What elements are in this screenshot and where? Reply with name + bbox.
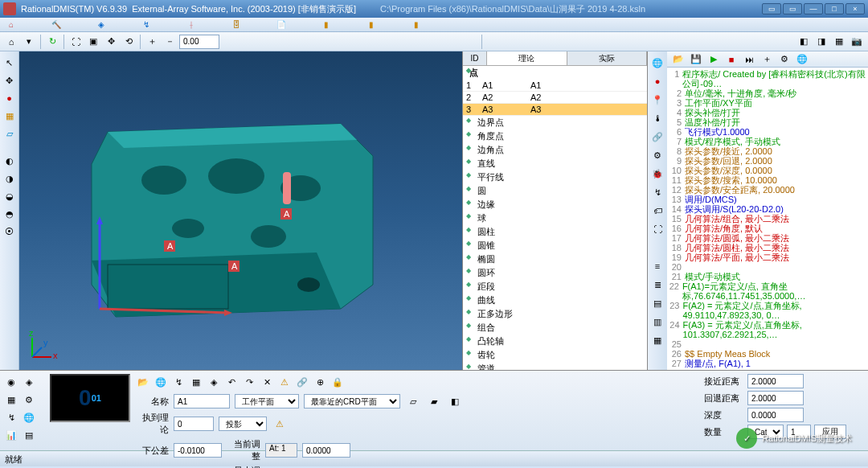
apply-button[interactable]: 应用 [814, 425, 846, 439]
name-input[interactable] [174, 394, 230, 408]
curadj-input[interactable] [302, 443, 350, 458]
bl-3[interactable]: ▦ [3, 392, 19, 408]
feature-type-node[interactable]: 边界点 [463, 116, 647, 129]
ct-gear[interactable]: ⚙ [776, 51, 792, 68]
close-icon[interactable]: × [845, 3, 865, 14]
bm-open[interactable]: 📂 [135, 374, 151, 390]
rt-list4[interactable]: ▥ [649, 314, 665, 330]
bm-axis[interactable]: ↯ [170, 374, 186, 390]
ribbon-btn-2-icon[interactable]: ▭ [783, 3, 802, 14]
bl-8[interactable]: ▤ [21, 427, 37, 443]
ct-save[interactable]: 💾 [688, 51, 704, 68]
menu-home-icon[interactable]: ⌂ [5, 18, 18, 31]
feature-type-node[interactable]: 边缘 [463, 198, 647, 211]
feature-type-node[interactable]: 球 [463, 211, 647, 225]
cat-point[interactable]: 点 [463, 66, 647, 80]
feature-type-node[interactable]: 圆柱 [463, 225, 647, 239]
ct-open[interactable]: 📂 [670, 51, 686, 68]
tree-btn-3[interactable]: ▦ [831, 34, 847, 50]
lt-sphere[interactable]: ● [2, 90, 18, 106]
menu-hammer-icon[interactable]: 🔨 [50, 18, 63, 31]
feature-type-node[interactable]: 平行线 [463, 170, 647, 184]
tab-actual[interactable]: 实际 [567, 51, 648, 65]
feature-table[interactable]: 点 1A1A1 2A2A2 3A3A3 边界点角度点边角点直线平行线圆边缘球圆柱… [463, 66, 647, 370]
menu-coord-icon[interactable]: ↯ [140, 18, 153, 31]
depth-input[interactable] [747, 408, 804, 422]
feature-type-node[interactable]: 边角点 [463, 143, 647, 157]
rt-list3[interactable]: ▤ [649, 295, 665, 311]
feature-type-node[interactable]: 椭圆 [463, 252, 647, 266]
rt-rec[interactable]: ● [649, 73, 665, 89]
bl-4[interactable]: ⚙ [21, 392, 37, 408]
bl-1[interactable]: ◉ [3, 374, 19, 390]
lt-mode2[interactable]: ◑ [2, 170, 18, 187]
rt-list1[interactable]: ≡ [649, 258, 665, 274]
feature-type-node[interactable]: 齿轮 [463, 348, 647, 362]
feature-type-node[interactable]: 角度点 [463, 129, 647, 143]
rotate-button[interactable]: ⟲ [121, 34, 137, 50]
bm-globe[interactable]: 🌐 [153, 374, 169, 390]
bm-warn2[interactable]: ⚠ [272, 416, 288, 432]
home-button[interactable]: ⌂ [3, 34, 19, 50]
tree-btn-2[interactable]: ◨ [813, 34, 829, 50]
lt-mode3[interactable]: ◒ [2, 188, 18, 204]
bm-target[interactable]: ⊕ [312, 374, 328, 390]
menu-cube-icon[interactable]: ◈ [95, 18, 108, 31]
zoomout-button[interactable]: － [162, 34, 178, 50]
bm-wp2[interactable]: ▰ [426, 393, 442, 409]
pan-button[interactable]: ✥ [103, 34, 119, 50]
menu-col3-icon[interactable]: ▮ [410, 18, 423, 31]
feature-type-node[interactable]: 直线 [463, 157, 647, 170]
bl-5[interactable]: ↯ [3, 409, 19, 425]
zoomregion-button[interactable]: ▣ [85, 34, 101, 50]
feature-type-node[interactable]: 曲线 [463, 294, 647, 307]
rt-link[interactable]: 🔗 [649, 129, 665, 145]
rt-expand[interactable]: ⛶ [649, 221, 665, 237]
rt-probe[interactable]: 📍 [649, 92, 665, 108]
ct-plus[interactable]: ＋ [759, 51, 775, 68]
refresh-button[interactable]: ↻ [44, 34, 60, 50]
menu-col2-icon[interactable]: ▮ [365, 18, 378, 31]
maximize-icon[interactable]: □ [825, 3, 844, 14]
minimize-icon[interactable]: — [804, 3, 823, 14]
ct-run[interactable]: ▶ [706, 51, 722, 68]
bm-redo[interactable]: ↷ [241, 374, 257, 390]
bm-wp1[interactable]: ▱ [405, 393, 421, 409]
zoom-input[interactable] [179, 35, 219, 49]
ct-globe[interactable]: 🌐 [794, 51, 810, 68]
bl-6[interactable]: 🌐 [21, 409, 37, 425]
ct-step[interactable]: ⏭ [741, 51, 757, 68]
rt-bug[interactable]: 🐞 [649, 166, 665, 182]
feature-type-node[interactable]: 正多边形 [463, 307, 647, 321]
bm-undo[interactable]: ↶ [223, 374, 240, 390]
feature-type-node[interactable]: 圆环 [463, 266, 647, 280]
lt-pick[interactable]: ✥ [2, 72, 18, 88]
bm-link[interactable]: 🔗 [294, 374, 310, 390]
lt-mode4[interactable]: ◓ [2, 206, 18, 222]
bm-wp3[interactable]: ◧ [447, 393, 463, 409]
tab-theory[interactable]: 理论 [487, 51, 567, 65]
rt-globe[interactable]: 🌐 [649, 55, 665, 71]
bm-lock[interactable]: 🔒 [330, 374, 346, 390]
dmis-code[interactable]: 1程序标志/ Created by [睿科精密科技(北京)有限公司-09… 2单… [667, 68, 868, 370]
qty-input[interactable] [787, 425, 811, 439]
3d-viewport[interactable]: A A A z x y [19, 51, 463, 370]
tree-btn-4[interactable]: 📷 [849, 34, 865, 50]
lowtol-input[interactable] [174, 443, 222, 458]
zoomin-button[interactable]: ＋ [144, 34, 160, 50]
menu-dim-icon[interactable]: ⟊ [185, 18, 198, 31]
bm-grid[interactable]: ▦ [188, 374, 204, 390]
feature-type-node[interactable]: 圆 [463, 184, 647, 198]
lt-box[interactable]: ▦ [2, 108, 18, 124]
rt-axis[interactable]: ↯ [649, 184, 665, 200]
workplane-select[interactable]: 工作平面 [235, 394, 299, 408]
ribbon-btn-1-icon[interactable]: ▭ [762, 3, 781, 14]
rt-temp[interactable]: 🌡 [649, 110, 665, 126]
ct-stop[interactable]: ■ [723, 51, 739, 68]
bm-del[interactable]: ✕ [259, 374, 275, 390]
lt-mode1[interactable]: ◐ [2, 153, 18, 169]
proj-select[interactable]: 投影 [219, 417, 267, 431]
menu-db-icon[interactable]: 🗄 [230, 18, 243, 31]
crd-select[interactable]: 最靠近的CRD平面 [304, 394, 400, 408]
menu-col1-icon[interactable]: ▮ [320, 18, 333, 31]
